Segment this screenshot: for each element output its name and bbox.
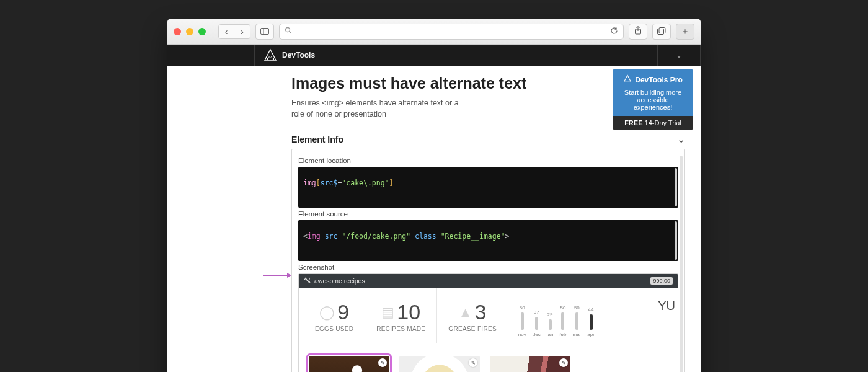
header-dropdown[interactable]: ⌄: [657, 45, 701, 66]
svg-point-2: [286, 28, 290, 32]
sidebar-icon: [260, 27, 269, 37]
inner-app-header: awesome recipes 990.00: [299, 274, 678, 288]
plus-icon: ＋: [681, 26, 689, 37]
chevron-down-icon: ⌄: [676, 51, 682, 60]
recipe-cards: ✎Chocolate Cake✎Mom's Spaghetti✎Filet Mi…: [299, 343, 678, 372]
rule-description: Ensures <img> elements have alternate te…: [291, 97, 471, 120]
recipe-thumbnail[interactable]: ✎: [490, 356, 570, 372]
app-title: DevTools: [282, 51, 315, 60]
spark-bar: 50feb: [559, 305, 566, 337]
stat-label: RECIPES MADE: [376, 326, 425, 332]
chevron-right-icon: ›: [241, 27, 244, 37]
stat-value: 9: [337, 300, 349, 324]
tabs-button[interactable]: [652, 24, 671, 40]
screenshot-label: Screenshot: [298, 264, 678, 271]
svg-point-9: [273, 58, 274, 60]
spark-side-label: YU: [658, 299, 675, 313]
element-source-label: Element source: [298, 210, 678, 218]
utensils-icon: [304, 277, 311, 285]
zoom-window-button[interactable]: [198, 28, 206, 35]
app-brand[interactable]: ax DevTools: [254, 45, 315, 66]
document-icon: ▤: [381, 304, 394, 321]
promo-title-row: DevTools Pro: [618, 74, 688, 85]
promo-cta[interactable]: FREE 14-Day Trial: [613, 116, 693, 130]
section-title: Element Info: [291, 135, 343, 144]
svg-rect-0: [261, 28, 269, 34]
element-source-code[interactable]: <img src="/food/cake.png" class="Recipe_…: [298, 220, 678, 261]
search-icon: [285, 27, 292, 36]
inner-app-title: awesome recipes: [314, 277, 365, 285]
stat-recipes: ▤10 RECIPES MADE: [365, 288, 437, 343]
share-icon: [634, 26, 642, 37]
reload-icon[interactable]: [610, 27, 618, 37]
chevron-down-icon: ⌄: [677, 133, 685, 145]
element-location-label: Element location: [298, 157, 678, 164]
new-tab-button[interactable]: ＋: [676, 24, 694, 40]
edit-icon[interactable]: ✎: [378, 358, 387, 367]
promo-line2: accessible experiences!: [618, 96, 688, 111]
spark-bar: 44apr: [587, 307, 595, 337]
window-controls: [174, 28, 206, 35]
stat-value: 3: [475, 300, 487, 324]
element-info-header[interactable]: Element Info ⌄: [291, 133, 685, 145]
annotation-arrow-icon: [264, 270, 291, 276]
promo-top: DevTools Pro Start building more accessi…: [613, 69, 693, 116]
sidebar-toggle-button[interactable]: [255, 24, 274, 40]
axe-logo-icon: [623, 74, 632, 85]
stat-label: GREASE FIRES: [448, 326, 497, 332]
axe-logo-icon: ax: [264, 48, 277, 62]
address-bar[interactable]: [279, 24, 624, 40]
nav-back-forward: ‹ ›: [218, 24, 250, 39]
close-window-button[interactable]: [174, 28, 181, 35]
spark-bar: 50nov: [518, 305, 526, 337]
stat-value: 10: [397, 300, 420, 324]
page-content: DevTools Pro Start building more accessi…: [167, 66, 701, 372]
egg-icon: ◯: [319, 304, 335, 321]
back-button[interactable]: ‹: [218, 24, 234, 39]
code-scrollbar[interactable]: [675, 221, 677, 260]
recipe-card[interactable]: ✎Chocolate Cake: [309, 356, 389, 372]
panel-scrollbar[interactable]: [680, 156, 683, 372]
promo-line1: Start building more: [618, 89, 688, 96]
recipe-thumbnail[interactable]: ✎: [399, 356, 480, 372]
tabs-icon: [657, 27, 666, 37]
app-header: ax DevTools ⌄: [167, 45, 701, 66]
spark-bar: 50mar: [572, 305, 581, 337]
minimize-window-button[interactable]: [186, 28, 193, 35]
element-info-panel: Element location img[src$="cake\.png"] E…: [291, 149, 685, 372]
promo-cta-rest: 14-Day Trial: [642, 119, 681, 126]
forward-button[interactable]: ›: [234, 24, 250, 39]
browser-window: ‹ ›: [167, 19, 701, 372]
browser-titlebar: ‹ ›: [167, 19, 701, 45]
share-button[interactable]: [629, 24, 647, 40]
stat-fires: ▲3 GREASE FIRES: [437, 288, 508, 343]
element-screenshot: awesome recipes 990.00 ◯9 EGGS USED ▤10 …: [298, 273, 678, 372]
toolbar-right-buttons: ＋: [629, 24, 694, 40]
svg-text:ax: ax: [268, 55, 272, 58]
spark-bar: 29jan: [547, 312, 554, 337]
promo-card[interactable]: DevTools Pro Start building more accessi…: [613, 69, 693, 130]
promo-title: DevTools Pro: [635, 76, 682, 84]
promo-cta-prefix: FREE: [624, 119, 642, 126]
viewport-dimension-badge: 990.00: [650, 277, 673, 285]
sparkline-chart: 50nov37dec29jan50feb50mar44aprYU: [508, 288, 678, 343]
svg-rect-7: [659, 27, 665, 33]
stat-eggs: ◯9 EGGS USED: [299, 288, 365, 343]
spark-bar: 37dec: [533, 309, 541, 337]
stat-label: EGGS USED: [315, 326, 353, 332]
element-location-code[interactable]: img[src$="cake\.png"]: [298, 167, 678, 208]
svg-point-8: [267, 58, 268, 60]
svg-line-3: [290, 32, 291, 33]
recipe-thumbnail[interactable]: ✎: [309, 356, 389, 372]
recipe-card[interactable]: ✎Filet Mign: [490, 356, 570, 372]
svg-rect-6: [658, 29, 664, 34]
chevron-left-icon: ‹: [225, 27, 228, 37]
flame-icon: ▲: [459, 304, 472, 321]
code-scrollbar[interactable]: [675, 168, 677, 206]
recipe-card[interactable]: ✎Mom's Spaghetti: [399, 356, 480, 372]
stats-row: ◯9 EGGS USED ▤10 RECIPES MADE ▲3 GREASE …: [299, 288, 678, 343]
edit-icon[interactable]: ✎: [469, 358, 477, 367]
edit-icon[interactable]: ✎: [559, 358, 568, 367]
